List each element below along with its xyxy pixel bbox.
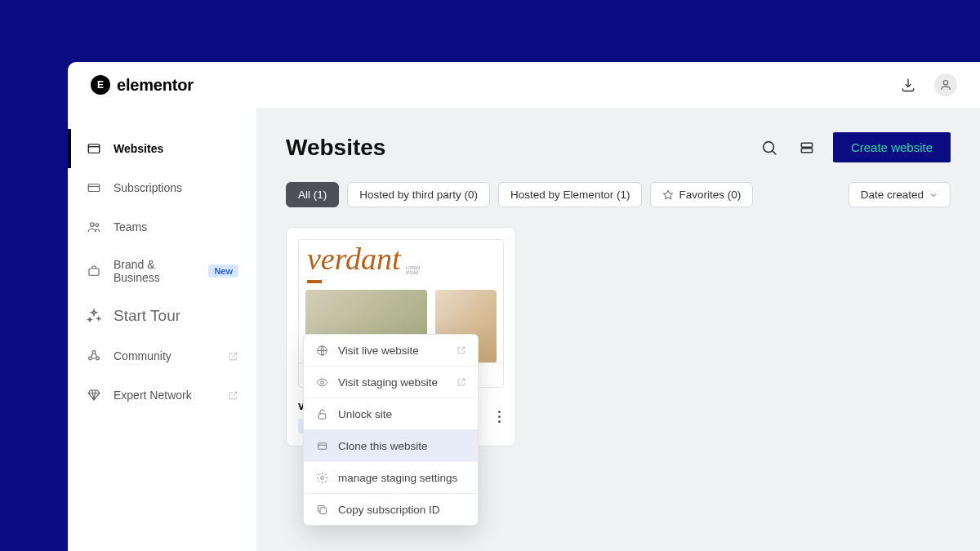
sidebar-item-community[interactable]: Community [68, 336, 256, 375]
external-link-icon [457, 345, 466, 355]
community-icon [86, 348, 102, 364]
sidebar-item-label: Websites [114, 142, 163, 155]
svg-point-4 [96, 224, 99, 227]
window-icon [315, 439, 328, 452]
topbar: E elementor [68, 62, 980, 108]
card-dropdown-menu: Visit live website Visit staging website [303, 334, 479, 526]
star-icon [662, 189, 674, 201]
menu-label: Copy subscription ID [338, 504, 440, 516]
filter-elementor[interactable]: Hosted by Elementor (1) [498, 182, 642, 207]
menu-label: Visit staging website [338, 376, 438, 389]
search-icon[interactable] [758, 136, 781, 159]
external-link-icon [228, 351, 238, 362]
unlock-icon [315, 407, 328, 420]
menu-label: Unlock site [338, 408, 392, 420]
filter-all[interactable]: All (1) [286, 182, 339, 207]
external-link-icon [457, 377, 466, 387]
diamond-icon [86, 387, 102, 403]
thumb-accent [307, 280, 322, 283]
create-website-button[interactable]: Create website [833, 132, 951, 162]
filter-label: Favorites (0) [679, 189, 741, 201]
brand: E elementor [91, 75, 194, 95]
card-menu-button[interactable] [495, 407, 504, 426]
sidebar-item-subscriptions[interactable]: Subscriptions [68, 168, 256, 207]
sidebar-item-label: Expert Network [114, 389, 192, 402]
body: Websites Subscriptions Teams Brand & Bus… [68, 108, 980, 551]
start-tour[interactable]: Start Tour [68, 295, 256, 336]
menu-visit-live[interactable]: Visit live website [304, 335, 478, 367]
sidebar-item-expert[interactable]: Expert Network [68, 375, 256, 415]
svg-point-9 [764, 141, 774, 152]
svg-point-0 [943, 81, 947, 85]
sidebar: Websites Subscriptions Teams Brand & Bus… [68, 108, 256, 551]
brand-name: elementor [117, 76, 194, 95]
svg-rect-17 [320, 508, 327, 514]
sort-dropdown[interactable]: Date created [849, 182, 951, 207]
list-view-icon[interactable] [795, 136, 818, 159]
svg-rect-14 [318, 413, 326, 418]
card-icon [86, 180, 102, 196]
chevron-down-icon [929, 190, 938, 200]
sidebar-item-websites[interactable]: Websites [68, 129, 256, 168]
menu-label: manage staging settings [338, 472, 457, 484]
globe-icon [315, 344, 328, 357]
app-window: E elementor Websites Su [68, 62, 980, 551]
new-badge: New [208, 264, 238, 278]
svg-rect-2 [88, 184, 100, 192]
svg-point-6 [92, 351, 96, 354]
svg-point-16 [320, 476, 323, 479]
copy-icon [315, 503, 328, 516]
topbar-actions [897, 73, 957, 96]
menu-unlock[interactable]: Unlock site [304, 398, 478, 430]
filters: All (1) Hosted by third party (0) Hosted… [286, 182, 951, 207]
sidebar-item-label: Brand & Business [114, 258, 197, 284]
sidebar-item-teams[interactable]: Teams [68, 207, 256, 247]
page-title: Websites [286, 135, 385, 161]
menu-clone[interactable]: Clone this website [304, 430, 478, 462]
user-avatar-icon[interactable] [934, 73, 957, 96]
window-icon [86, 140, 102, 157]
svg-rect-10 [801, 143, 812, 147]
eye-icon [315, 375, 328, 389]
download-icon[interactable] [897, 73, 920, 96]
main-header: Websites Create website [286, 132, 951, 162]
sidebar-item-brand[interactable]: Brand & Business New [68, 247, 256, 295]
menu-visit-staging[interactable]: Visit staging website [304, 367, 478, 398]
svg-rect-1 [88, 144, 100, 153]
menu-label: Clone this website [338, 440, 428, 452]
brand-logo-icon: E [91, 75, 110, 95]
sidebar-item-label: Teams [114, 220, 147, 233]
sparkle-icon [86, 308, 102, 324]
external-link-icon [228, 390, 238, 401]
start-tour-label: Start Tour [114, 307, 180, 325]
gear-icon [315, 471, 328, 484]
sort-label: Date created [861, 189, 924, 201]
main-content: Websites Create website All (1) Hosted b… [256, 108, 980, 551]
sidebar-item-label: Subscriptions [114, 181, 182, 194]
website-card[interactable]: verdant LOREMIPSUM verd [286, 227, 516, 447]
menu-staging-settings[interactable]: manage staging settings [304, 462, 478, 494]
svg-rect-5 [89, 269, 99, 275]
users-icon [86, 219, 102, 235]
svg-rect-15 [318, 442, 326, 449]
menu-copy-sub[interactable]: Copy subscription ID [304, 494, 478, 525]
header-actions: Create website [758, 132, 951, 162]
sidebar-item-label: Community [114, 349, 172, 362]
svg-rect-11 [801, 148, 812, 152]
thumb-title: verdant LOREMIPSUM [299, 240, 503, 275]
filter-favorites[interactable]: Favorites (0) [650, 182, 753, 207]
filter-third-party[interactable]: Hosted by third party (0) [347, 182, 490, 207]
svg-point-3 [91, 223, 95, 227]
briefcase-icon [86, 263, 102, 279]
menu-label: Visit live website [338, 344, 419, 357]
svg-point-13 [320, 380, 323, 384]
